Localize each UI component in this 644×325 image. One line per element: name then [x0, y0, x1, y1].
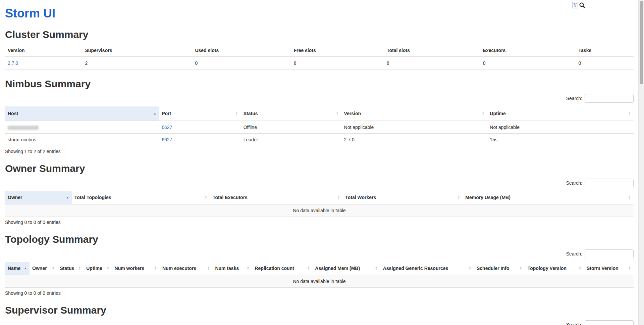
sort-both-icon: ▲▼: [336, 111, 339, 115]
nimbus-summary-heading: Nimbus Summary: [5, 78, 634, 90]
col-replication-count[interactable]: Replication count▲▼: [252, 262, 312, 275]
sort-both-icon: ▲▼: [207, 266, 210, 270]
col-tasks: Tasks: [576, 44, 634, 57]
nimbus-row-2: storm-nimbus 6627 Leader 2.7.0 15s: [5, 134, 634, 146]
sort-both-icon: ▲▼: [520, 266, 522, 270]
host-value: storm-nimbus: [5, 134, 159, 146]
page-title: Storm UI: [5, 7, 634, 20]
supervisor-search-input[interactable]: [585, 320, 634, 325]
nimbus-header-row: Host▲ Port▲▼ Status▲▼ Version▲▼ Uptime▲▼: [5, 106, 634, 121]
topology-search-label: Search:: [566, 251, 582, 257]
col-status[interactable]: Status▲▼: [241, 106, 341, 121]
sort-both-icon: ▲▼: [205, 195, 207, 199]
uptime-value: 15s: [487, 134, 634, 146]
topology-summary-heading: Topology Summary: [5, 234, 634, 245]
port-link[interactable]: 6627: [162, 137, 172, 142]
nimbus-row-1: 6627 Offline Not applicable Not applicab…: [5, 121, 634, 134]
owner-empty-row: No data available in table: [5, 204, 634, 217]
topology-header-row: Name▲ Owner▲▼ Status▲▼ Uptime▲▼ Num work…: [5, 262, 634, 275]
col-used-slots: Used slots: [192, 44, 291, 57]
sort-both-icon: ▲▼: [579, 266, 581, 270]
sort-both-icon: ▲▼: [307, 266, 310, 270]
col-port[interactable]: Port▲▼: [159, 106, 241, 121]
col-name[interactable]: Name▲: [5, 262, 30, 275]
nimbus-summary-table: Host▲ Port▲▼ Status▲▼ Version▲▼ Uptime▲▼: [5, 106, 634, 146]
sort-asc-icon: ▲: [66, 196, 69, 199]
col-num-tasks[interactable]: Num tasks▲▼: [212, 262, 252, 275]
col-uptime[interactable]: Uptime▲▼: [487, 106, 634, 121]
supervisor-summary-heading: Supervisor Summary: [5, 305, 634, 316]
owner-summary-heading: Owner Summary: [5, 163, 634, 174]
status-value: Offline: [241, 121, 341, 134]
col-version: Version: [5, 44, 83, 57]
owner-summary-table: Owner▲ Total Topologies▲▼ Total Executor…: [5, 191, 634, 217]
col-num-executors[interactable]: Num executors▲▼: [160, 262, 212, 275]
scrollbar-thumb[interactable]: [640, 1, 643, 84]
col-assigned-mem[interactable]: Assigned Mem (MB)▲▼: [312, 262, 380, 275]
col-topo-status[interactable]: Status▲▼: [57, 262, 84, 275]
owner-entries-info: Showing 0 to 0 of 0 entries: [5, 220, 634, 225]
y-bookmark-icon[interactable]: Y: [572, 2, 578, 8]
sort-both-icon: ▲▼: [107, 266, 109, 270]
supervisor-search-label: Search:: [566, 322, 582, 325]
cluster-data-row: 2.7.0 2 0 8 8 0 0: [5, 57, 634, 69]
supervisors-value: 2: [83, 57, 193, 69]
vertical-scrollbar[interactable]: [638, 0, 644, 325]
col-total-executors[interactable]: Total Executors▲▼: [210, 191, 342, 204]
uptime-value: Not applicable: [487, 121, 634, 134]
version-value: 2.7.0: [341, 134, 487, 146]
nimbus-search-label: Search:: [566, 96, 582, 101]
version-link[interactable]: 2.7.0: [8, 60, 18, 66]
col-host[interactable]: Host▲: [5, 106, 159, 121]
owner-search-label: Search:: [566, 180, 582, 186]
sort-both-icon: ▲▼: [457, 195, 460, 199]
col-owner[interactable]: Owner▲: [5, 191, 72, 204]
port-link[interactable]: 6627: [162, 125, 172, 130]
cluster-summary-heading: Cluster Summary: [5, 29, 634, 40]
executors-value: 0: [480, 57, 576, 69]
owner-header-row: Owner▲ Total Topologies▲▼ Total Executor…: [5, 191, 634, 204]
sort-both-icon: ▲▼: [482, 111, 484, 115]
sort-both-icon: ▲▼: [469, 266, 471, 270]
supervisor-search-row: Search:: [5, 320, 634, 325]
nimbus-search-row: Search:: [5, 94, 634, 103]
col-num-workers[interactable]: Num workers▲▼: [112, 262, 160, 275]
topology-summary-table: Name▲ Owner▲▼ Status▲▼ Uptime▲▼ Num work…: [5, 262, 634, 288]
nimbus-entries-info: Showing 1 to 2 of 2 entries: [5, 149, 634, 154]
topology-search-input[interactable]: [585, 249, 634, 258]
col-free-slots: Free slots: [291, 44, 384, 57]
nimbus-search-input[interactable]: [585, 94, 634, 103]
total-slots-value: 8: [384, 57, 480, 69]
sort-both-icon: ▲▼: [247, 266, 250, 270]
search-icon[interactable]: [579, 2, 585, 8]
cluster-summary-table: Version Supervisors Used slots Free slot…: [5, 44, 634, 69]
col-total-topologies[interactable]: Total Topologies▲▼: [72, 191, 210, 204]
version-value: Not applicable: [341, 121, 487, 134]
col-total-slots: Total slots: [384, 44, 480, 57]
col-topology-version[interactable]: Topology Version▲▼: [525, 262, 584, 275]
topology-entries-info: Showing 0 to 0 of 0 entries: [5, 290, 634, 296]
col-storm-version[interactable]: Storm Version▲▼: [584, 262, 634, 275]
top-right-icons: Y: [572, 2, 585, 8]
col-scheduler-info[interactable]: Scheduler Info▲▼: [474, 262, 525, 275]
tasks-value: 0: [576, 57, 634, 69]
col-memory-usage[interactable]: Memory Usage (MB)▲▼: [463, 191, 634, 204]
col-supervisors: Supervisors: [83, 44, 193, 57]
col-assigned-generic-resources[interactable]: Assigned Generic Resources▲▼: [380, 262, 474, 275]
sort-asc-icon: ▲: [153, 112, 156, 115]
owner-search-input[interactable]: [585, 179, 634, 187]
sort-both-icon: ▲▼: [154, 266, 157, 270]
redacted-host-value: [8, 126, 39, 130]
sort-both-icon: ▲▼: [375, 266, 378, 270]
cluster-header-row: Version Supervisors Used slots Free slot…: [5, 44, 634, 57]
col-nimbus-version[interactable]: Version▲▼: [341, 106, 487, 121]
sort-both-icon: ▲▼: [628, 111, 631, 115]
col-total-workers[interactable]: Total Workers▲▼: [342, 191, 463, 204]
owner-search-row: Search:: [5, 178, 634, 188]
col-topo-owner[interactable]: Owner▲▼: [30, 262, 57, 275]
sort-both-icon: ▲▼: [628, 266, 631, 270]
sort-both-icon: ▲▼: [235, 111, 238, 115]
col-topo-uptime[interactable]: Uptime▲▼: [84, 262, 112, 275]
status-value: Leader: [241, 134, 341, 146]
col-executors: Executors: [480, 44, 576, 57]
